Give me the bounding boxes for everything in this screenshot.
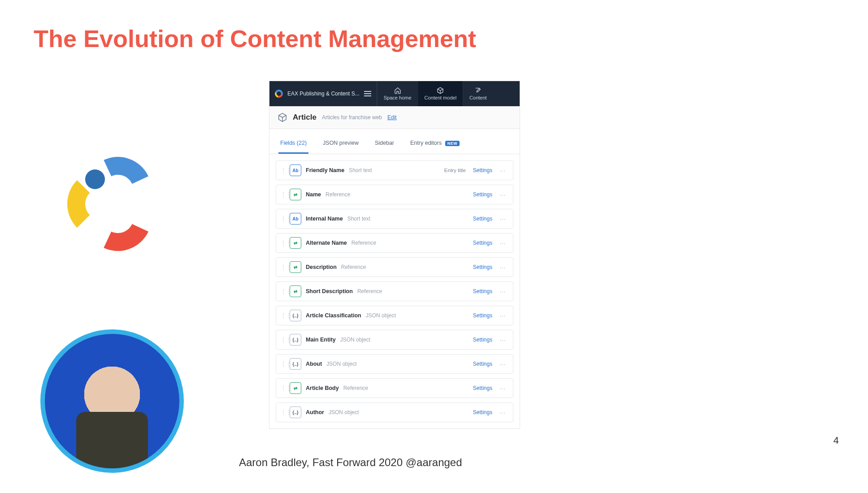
content-type-header: Article Articles for franchise web Edit bbox=[269, 106, 520, 129]
field-settings-link[interactable]: Settings bbox=[473, 361, 492, 367]
more-menu-icon[interactable]: ··· bbox=[497, 191, 508, 198]
field-row[interactable]: ⋮⋮⇄Article BodyReferenceSettings··· bbox=[276, 378, 513, 398]
field-row[interactable]: ⋮⋮⇄Short DescriptionReferenceSettings··· bbox=[276, 281, 513, 301]
drag-handle-icon[interactable]: ⋮⋮ bbox=[281, 410, 285, 415]
field-row[interactable]: ⋮⋮{..}AuthorJSON objectSettings··· bbox=[276, 402, 513, 422]
field-settings-link[interactable]: Settings bbox=[473, 191, 492, 198]
field-row[interactable]: ⋮⋮{..}AboutJSON objectSettings··· bbox=[276, 354, 513, 374]
field-settings-link[interactable]: Settings bbox=[473, 385, 492, 391]
contentful-mini-logo-icon bbox=[273, 88, 285, 99]
field-row[interactable]: ⋮⋮{..}Main EntityJSON objectSettings··· bbox=[276, 330, 513, 350]
drag-handle-icon[interactable]: ⋮⋮ bbox=[281, 289, 285, 294]
cube-icon bbox=[437, 87, 444, 94]
nav-label: Content model bbox=[425, 95, 457, 100]
slide-title: The Evolution of Content Management bbox=[34, 25, 476, 52]
app-topbar: EAX Publishing & Content S... Space home… bbox=[269, 81, 520, 106]
nav-space-home[interactable]: Space home bbox=[377, 81, 418, 106]
tab-entry-editors[interactable]: Entry editors NEW bbox=[408, 134, 461, 154]
more-menu-icon[interactable]: ··· bbox=[497, 361, 508, 368]
more-menu-icon[interactable]: ··· bbox=[497, 264, 508, 271]
nav-content-model[interactable]: Content model bbox=[418, 81, 463, 106]
nav-label: Content bbox=[469, 95, 487, 100]
field-list: ⋮⋮AbFriendly NameShort textEntry titleSe… bbox=[269, 154, 520, 428]
new-badge: NEW bbox=[445, 141, 460, 146]
speaker-caption: Aaron Bradley, Fast Forward 2020 @aarang… bbox=[239, 456, 462, 469]
more-menu-icon[interactable]: ··· bbox=[497, 240, 508, 246]
drag-handle-icon[interactable]: ⋮⋮ bbox=[281, 192, 285, 197]
more-menu-icon[interactable]: ··· bbox=[497, 385, 508, 392]
contentful-logo bbox=[67, 152, 157, 251]
more-menu-icon[interactable]: ··· bbox=[497, 337, 508, 343]
field-row[interactable]: ⋮⋮AbInternal NameShort textSettings··· bbox=[276, 209, 513, 229]
field-type: JSON object bbox=[329, 409, 359, 415]
field-row[interactable]: ⋮⋮⇄Alternate NameReferenceSettings··· bbox=[276, 233, 513, 253]
field-settings-link[interactable]: Settings bbox=[473, 312, 492, 319]
field-type: Short text bbox=[347, 216, 370, 222]
drag-handle-icon[interactable]: ⋮⋮ bbox=[281, 337, 285, 342]
field-settings-link[interactable]: Settings bbox=[473, 337, 492, 343]
field-type-badge: {..} bbox=[290, 310, 301, 321]
field-settings-link[interactable]: Settings bbox=[473, 240, 492, 246]
field-settings-link[interactable]: Settings bbox=[473, 167, 492, 173]
drag-handle-icon[interactable]: ⋮⋮ bbox=[281, 240, 285, 246]
drag-handle-icon[interactable]: ⋮⋮ bbox=[281, 361, 285, 367]
nav-content[interactable]: Content bbox=[463, 81, 493, 106]
space-name: EAX Publishing & Content S... bbox=[287, 91, 360, 97]
more-menu-icon[interactable]: ··· bbox=[497, 409, 508, 416]
more-menu-icon[interactable]: ··· bbox=[497, 167, 508, 174]
hamburger-icon[interactable] bbox=[364, 91, 371, 96]
home-icon bbox=[394, 87, 401, 94]
field-type: Short text bbox=[349, 167, 372, 173]
drag-handle-icon[interactable]: ⋮⋮ bbox=[281, 313, 285, 318]
entry-title-tag: Entry title bbox=[444, 168, 466, 173]
drag-handle-icon[interactable]: ⋮⋮ bbox=[281, 216, 285, 221]
field-name: Alternate Name bbox=[306, 240, 347, 246]
more-menu-icon[interactable]: ··· bbox=[497, 216, 508, 222]
field-type-badge: Ab bbox=[290, 164, 301, 176]
tab-sidebar[interactable]: Sidebar bbox=[373, 134, 396, 154]
field-row[interactable]: ⋮⋮⇄NameReferenceSettings··· bbox=[276, 185, 513, 204]
tab-fields[interactable]: Fields (22) bbox=[278, 134, 308, 154]
contentful-app: EAX Publishing & Content S... Space home… bbox=[269, 81, 520, 429]
field-type: Reference bbox=[343, 385, 368, 391]
field-type: Reference bbox=[352, 240, 376, 246]
field-settings-link[interactable]: Settings bbox=[473, 409, 492, 415]
content-type-icon bbox=[278, 112, 287, 122]
field-row[interactable]: ⋮⋮⇄DescriptionReferenceSettings··· bbox=[276, 257, 513, 277]
field-type: JSON object bbox=[366, 312, 396, 319]
more-menu-icon[interactable]: ··· bbox=[497, 288, 508, 295]
tab-label: Entry editors bbox=[410, 140, 442, 146]
page-number: 4 bbox=[833, 435, 839, 446]
more-menu-icon[interactable]: ··· bbox=[497, 312, 508, 319]
speaker-avatar bbox=[40, 329, 184, 473]
space-switcher[interactable]: EAX Publishing & Content S... bbox=[269, 81, 377, 106]
field-type-badge: Ab bbox=[290, 213, 301, 225]
field-type-badge: {..} bbox=[290, 358, 301, 370]
drag-handle-icon[interactable]: ⋮⋮ bbox=[281, 264, 285, 270]
field-type: Reference bbox=[341, 264, 366, 270]
field-type: Reference bbox=[357, 288, 382, 294]
content-type-name: Article bbox=[293, 113, 317, 122]
drag-handle-icon[interactable]: ⋮⋮ bbox=[281, 168, 285, 173]
drag-handle-icon[interactable]: ⋮⋮ bbox=[281, 385, 285, 391]
field-type: Reference bbox=[326, 191, 350, 198]
field-row[interactable]: ⋮⋮{..}Article ClassificationJSON objectS… bbox=[276, 306, 513, 325]
field-row[interactable]: ⋮⋮AbFriendly NameShort textEntry titleSe… bbox=[276, 160, 513, 180]
field-type-badge: ⇄ bbox=[290, 382, 301, 394]
tabs: Fields (22) JSON preview Sidebar Entry e… bbox=[269, 134, 520, 154]
field-type-badge: ⇄ bbox=[290, 237, 301, 249]
field-name: Short Description bbox=[306, 288, 353, 294]
field-settings-link[interactable]: Settings bbox=[473, 216, 492, 222]
tab-json-preview[interactable]: JSON preview bbox=[321, 134, 360, 154]
nav-label: Space home bbox=[384, 95, 412, 100]
field-settings-link[interactable]: Settings bbox=[473, 264, 492, 270]
field-name: Description bbox=[306, 264, 337, 270]
edit-link[interactable]: Edit bbox=[387, 114, 397, 121]
field-type: JSON object bbox=[340, 337, 370, 343]
field-type-badge: {..} bbox=[290, 334, 301, 346]
content-type-description: Articles for franchise web bbox=[322, 114, 382, 121]
field-name: About bbox=[306, 361, 322, 367]
field-name: Main Entity bbox=[306, 337, 336, 343]
field-settings-link[interactable]: Settings bbox=[473, 288, 492, 294]
field-type-badge: ⇄ bbox=[290, 285, 301, 297]
